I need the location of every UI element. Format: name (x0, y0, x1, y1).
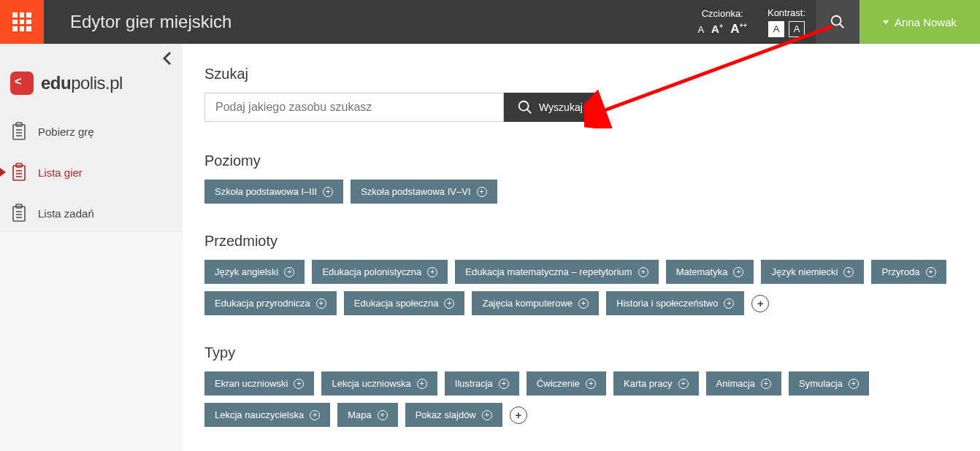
plus-circle-icon: + (578, 298, 589, 309)
tag-label: Karta pracy (624, 378, 672, 389)
caret-down-icon (883, 20, 889, 24)
plus-circle-icon: + (310, 410, 320, 420)
contrast-dark-button[interactable]: A (789, 21, 805, 37)
tag-label: Szkoła podstawowa IV–VI (361, 186, 470, 197)
search-input[interactable] (204, 93, 504, 122)
filter-tag[interactable]: Symulacja+ (789, 371, 869, 396)
plus-circle-icon: + (724, 298, 734, 309)
filter-tag[interactable]: Ekran uczniowski+ (204, 371, 314, 396)
contrast-light-button[interactable]: A (768, 21, 784, 37)
filter-tag[interactable]: Edukacja przyrodnicza+ (204, 291, 337, 315)
plus-circle-icon: + (733, 267, 743, 277)
nav-item-label: Lista gier (38, 166, 83, 179)
plus-circle-icon: + (761, 379, 771, 389)
filter-tag[interactable]: Pokaz slajdów+ (405, 403, 502, 427)
filter-tag[interactable]: Animacja+ (706, 371, 781, 396)
header: Edytor gier miejskich Czcionka: A A+ A++… (0, 0, 980, 44)
nav-item-1[interactable]: Lista gier (0, 152, 183, 193)
plus-circle-icon: + (843, 267, 854, 277)
filter-tag[interactable]: Matematyka+ (666, 260, 754, 284)
filter-tag[interactable]: Ilustracja+ (445, 371, 519, 396)
font-size-label: Czcionka: (702, 8, 743, 19)
tag-label: Matematyka (676, 266, 728, 277)
filter-tag[interactable]: Edukacja polonistyczna+ (312, 260, 448, 284)
plus-circle-icon: + (499, 379, 509, 389)
font-size-normal[interactable]: A (697, 24, 704, 35)
add-more-button[interactable]: + (510, 406, 527, 424)
contrast-control: Kontrast: A A (757, 0, 816, 44)
nav-item-label: Pobierz grę (38, 126, 94, 138)
tag-label: Lekcja nauczycielska (215, 409, 304, 420)
apps-menu-button[interactable] (0, 0, 44, 44)
svg-line-1 (840, 24, 844, 28)
tag-label: Mapa (348, 409, 372, 420)
tag-label: Edukacja matematyczna – repetytorium (465, 266, 632, 277)
plus-circle-icon: + (926, 267, 936, 277)
nav-item-2[interactable]: Lista zadań (0, 193, 183, 234)
filter-tag[interactable]: Ćwiczenie+ (527, 371, 606, 396)
filter-tag[interactable]: Przyroda+ (871, 260, 946, 284)
tag-label: Edukacja społeczna (354, 298, 439, 309)
filter-tag[interactable]: Lekcja nauczycielska+ (204, 403, 330, 427)
tag-label: Język angielski (215, 266, 278, 277)
filter-tag[interactable]: Język angielski+ (204, 260, 305, 284)
tag-label: Ćwiczenie (537, 378, 580, 389)
logo[interactable]: edupolis.pl (0, 50, 183, 111)
svg-rect-12 (13, 207, 25, 221)
filter-tag[interactable]: Karta pracy+ (613, 371, 698, 396)
plus-circle-icon: + (849, 379, 859, 389)
svg-rect-2 (13, 125, 25, 139)
levels-section: Poziomy Szkoła podstawowa I–III+Szkoła p… (204, 153, 958, 204)
plus-circle-icon: + (294, 379, 304, 389)
header-search-button[interactable] (816, 0, 860, 44)
plus-circle-icon: + (477, 187, 487, 197)
sidebar: edupolis.pl Pobierz gręLista gierLista z… (0, 44, 183, 232)
types-title: Typy (204, 344, 958, 361)
filter-tag[interactable]: Szkoła podstawowa IV–VI+ (351, 180, 497, 204)
filter-tag[interactable]: Edukacja społeczna+ (344, 291, 465, 315)
logo-badge-icon (10, 72, 34, 95)
search-icon (830, 14, 846, 30)
plus-circle-icon: + (378, 410, 388, 420)
plus-circle-icon: + (586, 379, 596, 389)
subjects-title: Przedmioty (204, 233, 958, 250)
font-size-large[interactable]: A+ (711, 23, 723, 35)
tag-label: Język niemiecki (771, 266, 838, 277)
user-menu[interactable]: Anna Nowak (860, 0, 980, 44)
filter-tag[interactable]: Mapa+ (337, 403, 398, 427)
plus-circle-icon: + (417, 379, 427, 389)
tag-label: Pokaz slajdów (416, 409, 476, 420)
font-size-xlarge[interactable]: A++ (730, 22, 747, 36)
search-section-title: Szukaj (204, 66, 958, 82)
tag-label: Szkoła podstawowa I–III (215, 186, 317, 197)
levels-title: Poziomy (204, 153, 958, 169)
search-submit-label: Wyszukaj (539, 101, 583, 113)
filter-tag[interactable]: Edukacja matematyczna – repetytorium+ (455, 260, 658, 284)
plus-circle-icon: + (444, 298, 454, 309)
plus-circle-icon: + (323, 187, 333, 197)
svg-line-18 (527, 109, 532, 114)
sidebar-collapse-button[interactable] (162, 51, 172, 69)
plus-circle-icon: + (678, 379, 689, 389)
search-submit-button[interactable]: Wyszukaj (504, 93, 596, 122)
tag-label: Animacja (716, 378, 755, 389)
filter-tag[interactable]: Język niemiecki+ (761, 260, 864, 284)
search-icon (517, 99, 533, 115)
tag-label: Edukacja przyrodnicza (215, 298, 310, 309)
tag-label: Ilustracja (455, 378, 493, 389)
filter-tag[interactable]: Szkoła podstawowa I–III+ (204, 180, 343, 204)
svg-rect-7 (13, 166, 25, 180)
add-more-button[interactable]: + (751, 295, 769, 312)
filter-tag[interactable]: Historia i społeczeństwo+ (606, 291, 744, 315)
tag-label: Historia i społeczeństwo (616, 298, 718, 309)
filter-tag[interactable]: Zajęcia komputerowe+ (472, 291, 599, 315)
filter-tag[interactable]: Lekcja uczniowska+ (321, 371, 437, 396)
svg-point-0 (832, 16, 841, 26)
clipboard-icon (10, 162, 28, 182)
plus-circle-icon: + (482, 410, 492, 420)
plus-circle-icon: + (638, 267, 648, 277)
svg-point-17 (519, 101, 529, 111)
tag-label: Lekcja uczniowska (332, 378, 410, 389)
plus-circle-icon: + (427, 267, 437, 277)
nav-item-0[interactable]: Pobierz grę (0, 111, 183, 152)
